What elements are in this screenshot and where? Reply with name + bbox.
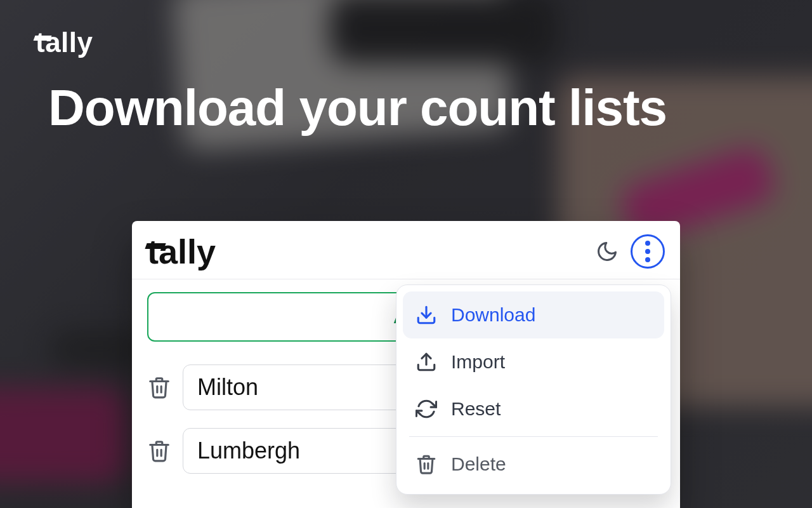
trash-icon	[416, 453, 437, 475]
more-menu-dropdown: Download Import Reset Delete	[396, 284, 671, 495]
more-menu-button[interactable]	[631, 234, 665, 269]
menu-item-label: Download	[451, 304, 535, 326]
delete-row-button[interactable]	[147, 439, 171, 463]
menu-item-download[interactable]: Download	[403, 291, 664, 338]
row-name-value: Lumbergh	[197, 438, 300, 464]
hero-brand-text: tally	[36, 27, 93, 58]
header-actions	[593, 234, 665, 269]
hero-brand-logo: tally	[36, 27, 93, 58]
menu-separator	[409, 436, 658, 437]
kebab-dot	[645, 257, 650, 262]
kebab-dot	[645, 241, 650, 246]
menu-item-reset[interactable]: Reset	[403, 385, 664, 432]
trash-icon	[147, 375, 171, 399]
app-header: tally	[132, 221, 680, 279]
moon-icon	[596, 240, 619, 263]
delete-row-button[interactable]	[147, 375, 171, 399]
trash-icon	[147, 439, 171, 463]
menu-item-label: Import	[451, 351, 505, 373]
upload-icon	[416, 351, 437, 373]
promo-stage: tally Download your count lists tally Ad	[0, 0, 812, 508]
download-icon	[416, 304, 437, 326]
app-brand-logo: tally	[147, 232, 216, 271]
row-name-value: Milton	[197, 374, 258, 401]
menu-item-import[interactable]: Import	[403, 338, 664, 385]
kebab-dot	[645, 249, 650, 254]
refresh-icon	[416, 398, 437, 420]
app-brand-text: tally	[147, 232, 216, 271]
theme-toggle-button[interactable]	[593, 237, 622, 266]
menu-item-label: Delete	[451, 453, 506, 475]
hero-title: Download your count lists	[48, 81, 787, 135]
app-window: tally Ad	[132, 221, 680, 508]
menu-item-label: Reset	[451, 398, 501, 420]
menu-item-delete[interactable]: Delete	[403, 441, 664, 488]
